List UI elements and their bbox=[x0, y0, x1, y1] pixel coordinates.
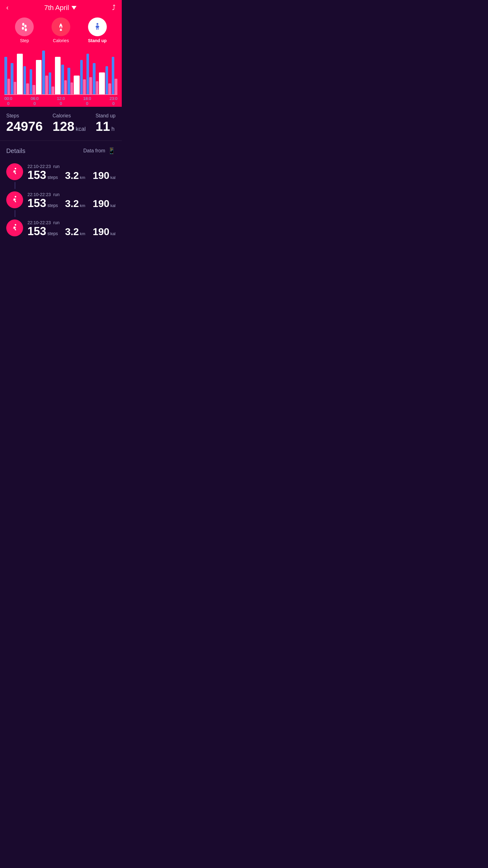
chart-area: 00:00 06:00 12:00 18:00 23:00 bbox=[0, 48, 122, 107]
share-button[interactable]: ⤴ bbox=[112, 4, 116, 12]
phone-icon: 📱 bbox=[108, 147, 116, 155]
activity-steps-0: 153 steps bbox=[28, 169, 58, 181]
stats-section: Steps 24976 Calories 128 kcal Stand up 1… bbox=[0, 107, 122, 141]
flame-icon bbox=[57, 23, 65, 31]
activity-icon-2 bbox=[6, 219, 23, 236]
activity-calories-0: 190 kal bbox=[93, 170, 116, 181]
chart-label-4: 23:00 bbox=[110, 96, 117, 106]
chart-label-3: 18:00 bbox=[83, 96, 91, 106]
activity-item: 22:10-22:23 run 153 steps 3.2 km bbox=[6, 189, 116, 217]
calories-label: Calories bbox=[53, 38, 69, 43]
back-button[interactable]: ‹ bbox=[6, 4, 8, 12]
standup-stat-label: Stand up bbox=[95, 113, 116, 119]
activity-secondary-2: 3.2 km 190 kal bbox=[65, 226, 116, 238]
details-section: Details Data from 📱 22:10-22:23 run bbox=[0, 141, 122, 251]
svg-point-0 bbox=[22, 23, 24, 26]
activity-info-0: 22:10-22:23 run 153 steps 3.2 km bbox=[28, 163, 116, 181]
stat-calories: Calories 128 kcal bbox=[53, 113, 86, 133]
chart-label-1: 06:00 bbox=[31, 96, 38, 106]
header: ‹ 7th April ⤴ bbox=[0, 0, 122, 14]
chart-label-2: 12:00 bbox=[57, 96, 65, 106]
details-title: Details bbox=[6, 147, 25, 155]
nav-item-step[interactable]: Step bbox=[15, 18, 34, 43]
svg-point-2 bbox=[22, 27, 24, 30]
activity-time-2: 22:10-22:23 run bbox=[28, 220, 116, 225]
nav-icons: Step Calories Stand up bbox=[0, 14, 122, 48]
activity-stats-1: 153 steps 3.2 km 190 kal bbox=[28, 198, 116, 210]
chart-label-0: 00:00 bbox=[4, 96, 12, 106]
step-icon bbox=[20, 23, 29, 31]
activity-steps-2: 153 steps bbox=[28, 226, 58, 237]
date-dropdown-icon[interactable] bbox=[71, 6, 77, 10]
steps-label: Steps bbox=[6, 113, 43, 119]
calories-value: 128 kcal bbox=[53, 120, 86, 133]
nav-item-calories[interactable]: Calories bbox=[52, 18, 70, 43]
activity-icon-1 bbox=[6, 191, 23, 208]
details-header: Details Data from 📱 bbox=[6, 147, 116, 155]
activity-calories-1: 190 kal bbox=[93, 198, 116, 210]
date-title: 7th April bbox=[44, 4, 69, 12]
standup-value: 11 h bbox=[95, 120, 116, 133]
activity-item: 22:10-22:23 run 153 steps 3.2 km bbox=[6, 161, 116, 189]
calories-stat-label: Calories bbox=[53, 113, 86, 119]
activity-stats-0: 153 steps 3.2 km 190 kal bbox=[28, 169, 116, 181]
activity-secondary-0: 3.2 km 190 kal bbox=[65, 170, 116, 181]
runner-icon-0 bbox=[10, 167, 19, 177]
activity-icon-0 bbox=[6, 163, 23, 180]
steps-value: 24976 bbox=[6, 120, 43, 133]
svg-point-3 bbox=[25, 28, 27, 31]
data-from-label: Data from bbox=[83, 148, 105, 154]
step-circle bbox=[15, 18, 34, 36]
step-label: Step bbox=[20, 38, 29, 43]
activity-secondary-1: 3.2 km 190 kal bbox=[65, 198, 116, 210]
svg-point-6 bbox=[15, 196, 16, 198]
activity-stats-2: 153 steps 3.2 km 190 kal bbox=[28, 226, 116, 238]
runner-icon-2 bbox=[10, 223, 19, 232]
chart-bars bbox=[3, 48, 119, 94]
runner-icon-1 bbox=[10, 195, 19, 205]
activity-distance-0: 3.2 km bbox=[65, 170, 85, 181]
activity-calories-2: 190 kal bbox=[93, 226, 116, 238]
svg-point-4 bbox=[96, 23, 98, 25]
standup-label: Stand up bbox=[88, 38, 107, 43]
svg-point-5 bbox=[15, 168, 16, 169]
activity-steps-1: 153 steps bbox=[28, 198, 58, 209]
nav-item-standup[interactable]: Stand up bbox=[88, 18, 107, 43]
activity-time-1: 22:10-22:23 run bbox=[28, 192, 116, 197]
activity-info-2: 22:10-22:23 run 153 steps 3.2 km bbox=[28, 219, 116, 238]
svg-point-7 bbox=[15, 224, 16, 226]
calories-circle bbox=[52, 18, 70, 36]
activity-list: 22:10-22:23 run 153 steps 3.2 km bbox=[6, 161, 116, 245]
chart-labels: 00:00 06:00 12:00 18:00 23:00 bbox=[3, 95, 119, 106]
activity-info-1: 22:10-22:23 run 153 steps 3.2 km bbox=[28, 191, 116, 210]
activity-item: 22:10-22:23 run 153 steps 3.2 km bbox=[6, 217, 116, 245]
svg-point-1 bbox=[24, 25, 27, 28]
stat-standup: Stand up 11 h bbox=[95, 113, 116, 133]
activity-distance-2: 3.2 km bbox=[65, 226, 85, 238]
person-icon bbox=[93, 23, 102, 31]
activity-time-0: 22:10-22:23 run bbox=[28, 164, 116, 169]
stat-steps: Steps 24976 bbox=[6, 113, 43, 133]
top-section: ‹ 7th April ⤴ Step bbox=[0, 0, 122, 107]
header-title: 7th April bbox=[44, 4, 77, 12]
standup-circle bbox=[88, 18, 107, 36]
data-from: Data from 📱 bbox=[83, 147, 116, 155]
activity-distance-1: 3.2 km bbox=[65, 198, 85, 210]
